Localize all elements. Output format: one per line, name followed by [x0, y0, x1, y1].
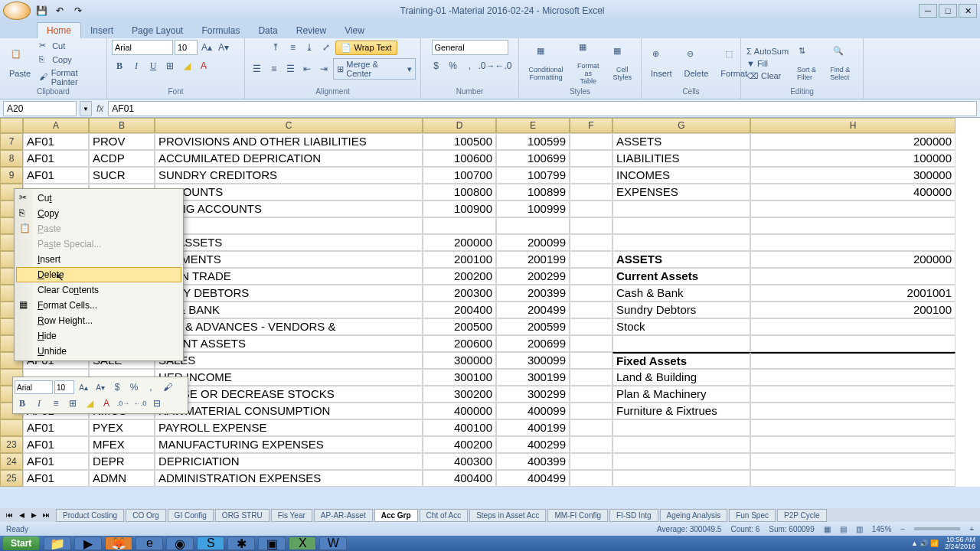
- column-header-B[interactable]: B: [89, 118, 155, 133]
- cell[interactable]: ACDP: [89, 150, 155, 167]
- number-format-combo[interactable]: [432, 40, 508, 55]
- row-header[interactable]: 24: [0, 453, 23, 470]
- cell[interactable]: [570, 268, 612, 285]
- sheet-tab-cht-of-acc[interactable]: Cht of Acc: [420, 509, 469, 522]
- mini-italic[interactable]: I: [31, 396, 47, 411]
- cell[interactable]: [570, 419, 612, 436]
- cell[interactable]: EXPENSES: [612, 184, 750, 201]
- name-box[interactable]: [3, 101, 77, 116]
- row-header[interactable]: 9: [0, 167, 23, 184]
- cell[interactable]: [612, 436, 750, 453]
- cell[interactable]: ESTMENTS: [155, 251, 423, 268]
- cell[interactable]: 200000: [750, 251, 956, 268]
- row-header[interactable]: 23: [0, 436, 23, 453]
- mini-size-combo[interactable]: [54, 380, 74, 394]
- comma-button[interactable]: ,: [462, 58, 478, 73]
- cell[interactable]: 100600: [423, 150, 496, 167]
- cell[interactable]: MFEX: [89, 436, 155, 453]
- cell[interactable]: [570, 184, 612, 201]
- zoom-level[interactable]: 145%: [872, 525, 892, 533]
- cell[interactable]: MANUFACTURING EXPENSES: [155, 436, 423, 453]
- context-row-height[interactable]: Row Height...: [16, 313, 181, 328]
- cell[interactable]: [750, 470, 956, 487]
- cell[interactable]: [570, 318, 612, 335]
- increase-indent-button[interactable]: ⇥: [316, 61, 332, 77]
- cell[interactable]: PROVISIONS AND OTHER LIABILITIES: [155, 133, 423, 150]
- underline-button[interactable]: U: [145, 58, 161, 73]
- taskbar-skype[interactable]: S: [197, 536, 224, 550]
- mini-center[interactable]: ≡: [48, 396, 64, 411]
- mini-font-color[interactable]: A: [99, 396, 114, 411]
- cell[interactable]: 100899: [496, 184, 570, 201]
- context-hide[interactable]: Hide: [16, 328, 181, 344]
- grow-font-button[interactable]: A▴: [199, 40, 214, 55]
- sheet-tab-mm-fi-config[interactable]: MM-FI Config: [547, 509, 608, 522]
- cell[interactable]: [750, 201, 956, 217]
- taskbar-ie[interactable]: e: [136, 536, 163, 550]
- cell[interactable]: AF01: [23, 470, 89, 487]
- sheet-tab-acc-grp[interactable]: Acc Grp: [374, 509, 418, 522]
- cell[interactable]: [612, 217, 750, 234]
- cell[interactable]: 100599: [496, 133, 570, 150]
- cell[interactable]: 400399: [496, 453, 570, 470]
- cell[interactable]: [570, 369, 612, 386]
- cell[interactable]: 200499: [496, 302, 570, 318]
- qat-save[interactable]: 💾: [34, 3, 49, 18]
- cell[interactable]: ANS & ADVANCES - VENDORS &: [155, 318, 423, 335]
- fill-button[interactable]: ▼ Fill: [746, 58, 789, 69]
- row-header[interactable]: [0, 419, 23, 436]
- cell[interactable]: RAWMATERIAL CONSUMPTION: [155, 403, 423, 419]
- cell[interactable]: Furniture & Fixtrues: [612, 403, 750, 419]
- select-all-corner[interactable]: [0, 118, 23, 133]
- cell[interactable]: PROV: [89, 133, 155, 150]
- paste-button[interactable]: 📋 Paste: [5, 47, 35, 80]
- context-clear-contents[interactable]: Clear Contents: [16, 282, 181, 298]
- cell[interactable]: 300000: [750, 167, 956, 184]
- cell[interactable]: ADMN: [89, 470, 155, 487]
- copy-button[interactable]: ⎘Copy: [38, 54, 102, 66]
- sheet-tab-co-org[interactable]: CO Org: [126, 509, 165, 522]
- cell[interactable]: 200199: [496, 251, 570, 268]
- cell[interactable]: 400200: [423, 436, 496, 453]
- cell[interactable]: 100700: [423, 167, 496, 184]
- sheet-tab-gi-config[interactable]: GI Config: [168, 509, 214, 522]
- cell[interactable]: HER INCOME: [155, 369, 423, 386]
- cell[interactable]: 200399: [496, 285, 570, 302]
- cell[interactable]: 300299: [496, 386, 570, 403]
- mini-bold[interactable]: B: [15, 396, 30, 411]
- font-size-combo[interactable]: [175, 40, 198, 55]
- cell[interactable]: 200699: [496, 335, 570, 352]
- sheet-tab-ap-ar-asset[interactable]: AP-AR-Asset: [314, 509, 373, 522]
- cell[interactable]: 300099: [496, 352, 570, 369]
- mini-fill-color[interactable]: ◢: [82, 396, 97, 411]
- mini-comma[interactable]: ,: [143, 380, 158, 395]
- cell[interactable]: ACCOUNTS: [155, 184, 423, 201]
- cell[interactable]: [570, 217, 612, 234]
- cell[interactable]: ARING ACCOUNTS: [155, 201, 423, 217]
- cell[interactable]: ADMINISTRATION EXPENSES: [155, 470, 423, 487]
- cell[interactable]: 200100: [423, 251, 496, 268]
- align-center-button[interactable]: ≡: [266, 61, 282, 77]
- row-header[interactable]: 25: [0, 470, 23, 487]
- sheet-tab-fis-year[interactable]: Fis Year: [271, 509, 312, 522]
- mini-currency[interactable]: $: [109, 380, 125, 395]
- cell[interactable]: 400000: [750, 184, 956, 201]
- cell[interactable]: REASE OR DECREASE STOCKS: [155, 386, 423, 403]
- cell[interactable]: [570, 251, 612, 268]
- maximize-button[interactable]: □: [939, 4, 957, 18]
- cell[interactable]: 100000: [750, 150, 956, 167]
- mini-shrink-font[interactable]: A▾: [93, 380, 108, 395]
- cell[interactable]: CK IN TRADE: [155, 268, 423, 285]
- mini-grow-font[interactable]: A▴: [76, 380, 91, 395]
- sheet-tab-fun-spec[interactable]: Fun Spec: [729, 509, 776, 522]
- tray-icons[interactable]: ▲ 🔊 📶: [911, 540, 939, 547]
- cell[interactable]: [750, 436, 956, 453]
- cell[interactable]: [612, 201, 750, 217]
- cell[interactable]: 200299: [496, 268, 570, 285]
- start-button[interactable]: Start: [3, 536, 39, 550]
- align-left-button[interactable]: ☰: [250, 61, 265, 77]
- font-name-combo[interactable]: [112, 40, 173, 55]
- cell[interactable]: [570, 470, 612, 487]
- cell[interactable]: [570, 150, 612, 167]
- minimize-button[interactable]: ─: [919, 4, 937, 18]
